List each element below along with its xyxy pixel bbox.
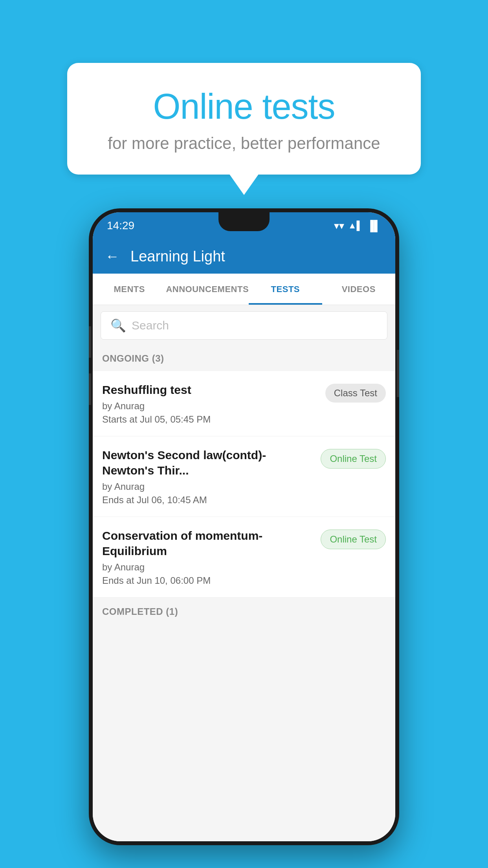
test-name-1: Reshuffling test xyxy=(102,382,319,397)
test-info-2: Newton's Second law(contd)-Newton's Thir… xyxy=(102,447,314,506)
test-badge-1: Class Test xyxy=(325,384,386,403)
volume-up-button xyxy=(89,326,91,358)
completed-section-header: COMPLETED (1) xyxy=(93,599,395,624)
test-date-1: Starts at Jul 05, 05:45 PM xyxy=(102,414,319,425)
search-icon: 🔍 xyxy=(110,318,126,333)
speech-bubble-container: Online tests for more practice, better p… xyxy=(67,63,421,175)
completed-section-title: COMPLETED (1) xyxy=(102,606,178,617)
bubble-title: Online tests xyxy=(99,86,389,127)
test-author-1: by Anurag xyxy=(102,401,319,412)
search-container: 🔍 Search xyxy=(93,305,395,346)
status-bar: 14:29 ▾▾ ▲▌ ▐▌ xyxy=(93,212,395,239)
list-item[interactable]: Conservation of momentum-Equilibrium by … xyxy=(93,517,395,598)
test-info-3: Conservation of momentum-Equilibrium by … xyxy=(102,528,314,586)
app-title: Learning Light xyxy=(130,248,225,265)
wifi-icon: ▾▾ xyxy=(334,220,344,232)
tabs-bar: MENTS ANNOUNCEMENTS TESTS VIDEOS xyxy=(93,274,395,305)
speech-bubble: Online tests for more practice, better p… xyxy=(67,63,421,175)
tab-assignments[interactable]: MENTS xyxy=(93,274,166,305)
tab-videos[interactable]: VIDEOS xyxy=(322,274,395,305)
ongoing-section-header: ONGOING (3) xyxy=(93,346,395,371)
tab-tests[interactable]: TESTS xyxy=(249,274,322,305)
ongoing-section-title: ONGOING (3) xyxy=(102,353,164,364)
app-bar: ← Learning Light xyxy=(93,239,395,274)
search-input[interactable]: Search xyxy=(132,319,169,332)
test-name-2: Newton's Second law(contd)-Newton's Thir… xyxy=(102,447,314,478)
test-info-1: Reshuffling test by Anurag Starts at Jul… xyxy=(102,382,319,425)
test-badge-2: Online Test xyxy=(321,449,386,469)
power-button xyxy=(397,350,399,397)
status-icons: ▾▾ ▲▌ ▐▌ xyxy=(334,220,381,232)
volume-down-button xyxy=(89,373,91,405)
notch xyxy=(218,212,270,231)
signal-icon: ▲▌ xyxy=(348,221,363,231)
test-date-3: Ends at Jun 10, 06:00 PM xyxy=(102,575,314,586)
tab-announcements[interactable]: ANNOUNCEMENTS xyxy=(166,274,249,305)
test-author-3: by Anurag xyxy=(102,562,314,573)
test-name-3: Conservation of momentum-Equilibrium xyxy=(102,528,314,559)
search-bar[interactable]: 🔍 Search xyxy=(101,311,387,340)
back-button[interactable]: ← xyxy=(102,245,123,268)
status-time: 14:29 xyxy=(107,219,134,232)
screen-content: MENTS ANNOUNCEMENTS TESTS VIDEOS 🔍 Searc… xyxy=(93,274,395,841)
test-date-2: Ends at Jul 06, 10:45 AM xyxy=(102,495,314,506)
list-item[interactable]: Newton's Second law(contd)-Newton's Thir… xyxy=(93,436,395,517)
bubble-subtitle: for more practice, better performance xyxy=(99,134,389,153)
test-list: Reshuffling test by Anurag Starts at Jul… xyxy=(93,371,395,598)
phone-screen: 14:29 ▾▾ ▲▌ ▐▌ ← Learning Light MENTS AN… xyxy=(93,212,395,841)
test-badge-3: Online Test xyxy=(321,530,386,549)
battery-icon: ▐▌ xyxy=(367,220,381,232)
phone-frame: 14:29 ▾▾ ▲▌ ▐▌ ← Learning Light MENTS AN… xyxy=(89,208,399,845)
list-item[interactable]: Reshuffling test by Anurag Starts at Jul… xyxy=(93,371,395,436)
test-author-2: by Anurag xyxy=(102,481,314,492)
